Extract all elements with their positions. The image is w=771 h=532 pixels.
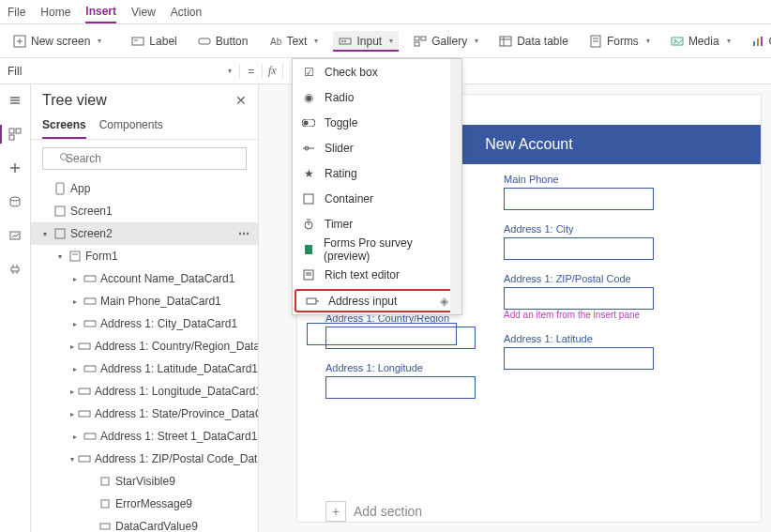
svg-rect-22 [757, 38, 759, 46]
tree-list: ▸App ▸Screen1 ▾Screen2⋯ ▾Form1 ▸Account … [31, 177, 258, 532]
tree-card[interactable]: ▸Address 1: Longitude_DataCard1 [31, 380, 258, 403]
tree-sub[interactable]: ▸DataCardValue9 [31, 515, 258, 532]
menu-home[interactable]: Home [40, 2, 70, 23]
svg-rect-5 [199, 38, 210, 44]
tree-screen2[interactable]: ▾Screen2⋯ [31, 222, 258, 245]
text-button[interactable]: Abc Text [263, 31, 324, 52]
tree-card[interactable]: ▸Address 1: Country/Region_DataCard1 [31, 335, 258, 357]
charts-icon [751, 35, 764, 48]
svg-point-9 [344, 40, 346, 42]
search-input[interactable] [42, 147, 247, 170]
close-icon[interactable]: ✕ [235, 93, 247, 108]
charts-button[interactable]: Charts [746, 31, 771, 52]
tree-form1[interactable]: ▾Form1 [31, 245, 258, 267]
tree-sub[interactable]: ▸StarVisible9 [31, 470, 258, 493]
rail-tree-icon[interactable] [7, 126, 23, 143]
field-input[interactable] [504, 237, 654, 260]
dropdown-timer[interactable]: Timer [293, 211, 461, 236]
tree-card[interactable]: ▸Main Phone_DataCard1 [31, 290, 258, 312]
field-label: Address 1: City [504, 223, 654, 235]
media-button[interactable]: Media [665, 31, 736, 52]
button-icon [198, 35, 211, 48]
tree-card[interactable]: ▸Address 1: City_DataCard1 [31, 312, 258, 335]
new-screen-button[interactable]: New screen [8, 31, 107, 52]
menu-insert[interactable]: Insert [85, 1, 116, 23]
dropdown-radio[interactable]: ◉Radio [293, 84, 461, 110]
menu-action[interactable]: Action [171, 2, 202, 23]
rail-data-icon[interactable] [7, 193, 23, 210]
dropdown-address-input[interactable]: Address input◈ [295, 289, 460, 312]
svg-rect-52 [101, 478, 109, 485]
svg-rect-44 [84, 298, 96, 304]
field-input[interactable] [504, 287, 654, 310]
tree-screen1[interactable]: ▸Screen1 [31, 200, 258, 222]
property-selector[interactable]: Fill ▾ [0, 65, 240, 78]
tree-title: Tree view [42, 92, 107, 109]
rail-insert-icon[interactable] [7, 160, 23, 176]
dropdown-richtext[interactable]: Rich text editor [293, 262, 461, 287]
menu-view[interactable]: View [131, 2, 156, 23]
rail-media-icon[interactable] [7, 227, 23, 244]
tree-card[interactable]: ▸Account Name_DataCard1 [31, 267, 258, 290]
svg-rect-47 [84, 366, 96, 372]
insert-hint: Add an item from the insert pane [504, 310, 654, 320]
dropdown-checkbox[interactable]: ☑Check box [293, 59, 461, 84]
datatable-button[interactable]: Data table [493, 31, 574, 52]
input-button[interactable]: Input [333, 31, 399, 52]
forms-icon [589, 35, 602, 48]
svg-rect-46 [79, 343, 90, 349]
button-button[interactable]: Button [192, 31, 254, 52]
rail-advanced-icon[interactable] [7, 261, 23, 278]
tree-card[interactable]: ▸Address 1: Latitude_DataCard1 [31, 357, 258, 380]
radio-icon: ◉ [302, 91, 315, 104]
fx-label: fx [263, 64, 283, 78]
dropdown-rating[interactable]: ★Rating [293, 160, 461, 186]
field-input[interactable] [504, 188, 654, 210]
dropdown-slider[interactable]: Slider [293, 135, 461, 160]
tree-card[interactable]: ▸Address 1: Street 1_DataCard1 [31, 425, 258, 448]
svg-rect-31 [9, 135, 14, 140]
svg-rect-23 [761, 37, 763, 46]
field-input[interactable] [307, 323, 457, 345]
label-button[interactable]: Label [126, 31, 182, 52]
tree-card[interactable]: ▾Address 1: ZIP/Postal Code_DataCard1 [31, 448, 258, 470]
svg-rect-54 [100, 524, 110, 529]
tab-screens[interactable]: Screens [42, 113, 86, 139]
add-section-button[interactable]: + Add section [325, 501, 422, 522]
star-icon: ★ [302, 167, 315, 180]
richtext-icon [302, 269, 315, 281]
svg-rect-10 [415, 37, 419, 40]
gallery-button[interactable]: Gallery [408, 31, 484, 52]
svg-rect-45 [84, 321, 96, 327]
svg-rect-3 [132, 38, 144, 45]
tree-card[interactable]: ▸Address 1: State/Province_DataCard1 [31, 403, 258, 425]
svg-point-56 [304, 120, 309, 125]
svg-rect-40 [55, 229, 65, 238]
tree-app[interactable]: ▸App [31, 177, 258, 200]
diamond-icon: ◈ [440, 295, 448, 308]
dropdown-container[interactable]: Container [293, 186, 461, 211]
menu-file[interactable]: File [8, 2, 25, 23]
dropdown-formspro[interactable]: Forms Pro survey (preview) [293, 236, 461, 262]
dropdown-scrollbar[interactable] [450, 59, 461, 314]
field-input[interactable] [504, 347, 654, 370]
forms-button[interactable]: Forms [583, 31, 656, 52]
text-icon: Abc [268, 35, 281, 48]
rail-hamburger-icon[interactable] [7, 92, 23, 109]
label-icon [131, 35, 144, 48]
svg-rect-53 [101, 500, 109, 508]
dropdown-toggle[interactable]: Toggle [293, 110, 461, 135]
gallery-icon [414, 35, 427, 48]
tree-sub[interactable]: ▸ErrorMessage9 [31, 493, 258, 515]
tab-components[interactable]: Components [99, 113, 163, 139]
search-icon [59, 152, 70, 163]
field-label: Address 1: Latitude [504, 333, 654, 344]
svg-rect-50 [84, 433, 96, 439]
svg-line-37 [67, 160, 69, 162]
media-icon [671, 35, 684, 48]
svg-rect-43 [84, 276, 96, 281]
svg-rect-12 [415, 42, 419, 46]
field-input[interactable] [325, 376, 476, 399]
menubar: File Home Insert View Action [0, 0, 771, 24]
more-icon[interactable]: ⋯ [238, 227, 250, 240]
